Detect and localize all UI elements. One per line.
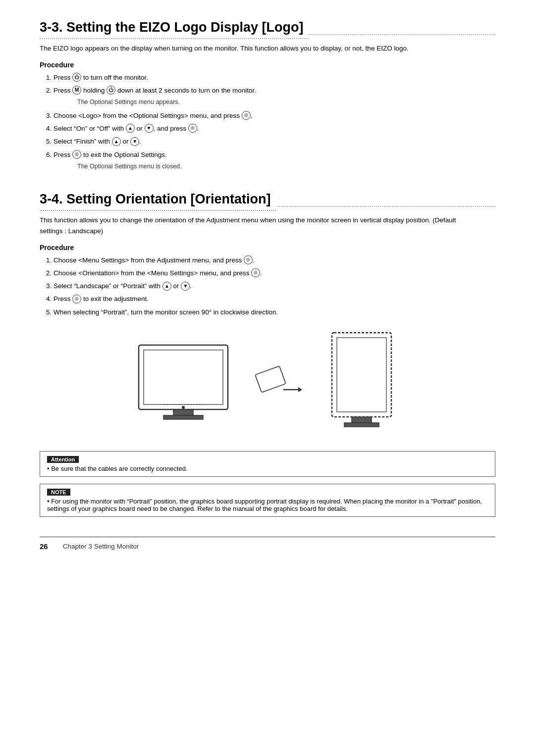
down-icon: ▼ xyxy=(145,124,154,133)
step-33-2: Press M holding ⏻ down at least 2 second… xyxy=(54,85,495,97)
svg-rect-1 xyxy=(144,350,223,404)
section-33-heading: 3-3. Setting the EIZO Logo Display [Logo… xyxy=(40,20,495,35)
step-34-2: Choose <Orientation> from the <Menu Sett… xyxy=(54,267,495,279)
section-34-heading: 3-4. Setting Orientation [Orientation] xyxy=(40,192,495,207)
step-33-6-note: The Optional Settings menu is closed. xyxy=(77,161,495,172)
section-3-4: 3-4. Setting Orientation [Orientation] T… xyxy=(40,192,495,517)
svg-rect-6 xyxy=(255,366,286,392)
svg-point-5 xyxy=(182,406,185,409)
center-icon-3: ◎ xyxy=(72,150,81,159)
svg-rect-12 xyxy=(344,423,379,427)
arrow-svg xyxy=(253,355,302,414)
step-34-5: When selecting “Portrait”, turn the moni… xyxy=(54,306,495,318)
svg-rect-3 xyxy=(173,409,193,415)
section-33-procedure-label: Procedure xyxy=(40,61,495,69)
step-34-1: Choose <Menu Settings> from the Adjustme… xyxy=(54,254,495,266)
section-33-intro: The EIZO logo appears on the display whe… xyxy=(40,43,466,54)
landscape-monitor-svg xyxy=(134,340,233,429)
chapter-label: Chapter 3 Setting Monitor xyxy=(63,543,139,550)
section-34-title: 3-4. Setting Orientation [Orientation] xyxy=(40,192,276,211)
svg-rect-4 xyxy=(163,415,203,419)
attention-label: Attention xyxy=(47,456,79,463)
power-icon: ⏻ xyxy=(72,73,81,82)
up-icon-2: ▲ xyxy=(112,137,121,146)
section-33-title: 3-3. Setting the EIZO Logo Display [Logo… xyxy=(40,20,309,39)
step-34-3: Select “Landscape” or “Portrait” with ▲ … xyxy=(54,280,495,292)
orientation-diagram xyxy=(40,330,495,439)
svg-rect-11 xyxy=(352,417,372,423)
portrait-monitor-svg xyxy=(322,330,401,439)
step-33-3: Choose <Logo> from the <Optional Setting… xyxy=(54,110,495,122)
center-icon-2: ◎ xyxy=(188,124,197,133)
up-icon-3: ▲ xyxy=(162,282,171,291)
m-button-icon: M xyxy=(72,86,81,95)
attention-text: • Be sure that the cables are correctly … xyxy=(47,465,488,472)
down-icon-2: ▼ xyxy=(130,137,139,146)
section-34-procedure-label: Procedure xyxy=(40,244,495,252)
step-33-6: Press ◎ to exit the Optional Settings. xyxy=(54,149,495,161)
svg-rect-10 xyxy=(337,338,386,412)
page-number: 26 xyxy=(40,542,48,551)
section-3-3: 3-3. Setting the EIZO Logo Display [Logo… xyxy=(40,20,495,172)
center-icon-4: ◎ xyxy=(244,255,253,264)
center-icon-5: ◎ xyxy=(251,268,260,277)
up-icon: ▲ xyxy=(126,124,135,133)
step-34-4: Press ◎ to exit the adjustment. xyxy=(54,293,495,305)
note-label: NOTE xyxy=(47,489,70,496)
section-33-steps: Press ⏻ to turn off the monitor. Press M… xyxy=(54,72,495,172)
step-33-5: Select “Finish” with ▲ or ▼. xyxy=(54,136,495,148)
center-icon-6: ◎ xyxy=(72,295,81,303)
center-icon: ◎ xyxy=(242,111,251,120)
note-box: NOTE • For using the monitor with “Portr… xyxy=(40,484,495,517)
attention-box: Attention • Be sure that the cables are … xyxy=(40,451,495,477)
step-33-1: Press ⏻ to turn off the monitor. xyxy=(54,72,495,84)
step-33-2-note: The Optional Settings menu appears. xyxy=(77,97,495,108)
power-icon-2: ⏻ xyxy=(107,86,115,95)
step-33-4: Select “On” or “Off” with ▲ or ▼, and pr… xyxy=(54,123,495,135)
section-34-intro: This function allows you to change the o… xyxy=(40,215,466,236)
svg-marker-8 xyxy=(298,387,302,392)
note-text: • For using the monitor with “Portrait” … xyxy=(47,498,488,512)
down-icon-3: ▼ xyxy=(181,282,190,291)
section-34-steps: Choose <Menu Settings> from the Adjustme… xyxy=(54,254,495,318)
footer: 26 Chapter 3 Setting Monitor xyxy=(40,537,495,551)
